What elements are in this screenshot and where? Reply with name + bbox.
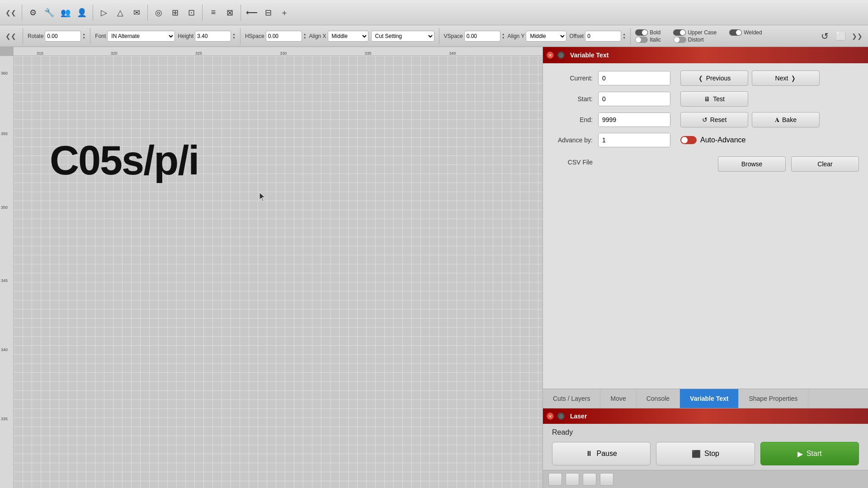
- advance-label: Advance by:: [552, 136, 593, 144]
- toolbar2-expand-right[interactable]: ❯❯: [850, 32, 864, 41]
- toolbar2-expand[interactable]: ❮❮: [4, 32, 18, 41]
- vspace-down[interactable]: ▼: [502, 36, 505, 39]
- distort-toggle[interactable]: [674, 37, 686, 43]
- next-label: Next: [775, 75, 788, 82]
- start-button[interactable]: ▶ Start: [760, 442, 859, 465]
- alignx-select[interactable]: Middle: [328, 31, 368, 42]
- tab-shape-properties-label: Shape Properties: [749, 395, 797, 402]
- laser-minimize-button[interactable]: ⊙: [557, 413, 565, 420]
- hspace-down[interactable]: ▼: [303, 36, 307, 39]
- settings-icon[interactable]: ⚙: [26, 5, 40, 20]
- vspace-input[interactable]: [464, 31, 500, 42]
- plus-icon[interactable]: ＋: [277, 5, 292, 20]
- browse-button[interactable]: Browse: [718, 156, 786, 172]
- advance-input[interactable]: [599, 133, 670, 147]
- arrow-left-icon[interactable]: ⟵: [245, 5, 259, 20]
- toolbar-separator-2: [93, 5, 93, 21]
- pause-button[interactable]: ⏸ Pause: [552, 442, 651, 465]
- auto-advance-toggle[interactable]: [680, 136, 697, 144]
- auto-advance-label: Auto-Advance: [700, 136, 746, 144]
- offset-down[interactable]: ▼: [623, 36, 626, 39]
- previous-label: Previous: [706, 75, 731, 82]
- end-input[interactable]: [599, 113, 670, 127]
- tab-variable-text[interactable]: Variable Text: [680, 389, 739, 408]
- height-input[interactable]: [195, 31, 231, 42]
- toolbar2-sep5: [630, 28, 631, 44]
- align-icon[interactable]: ⊡: [184, 5, 198, 20]
- bottom-btn-1[interactable]: [548, 473, 562, 486]
- current-input[interactable]: [599, 71, 670, 85]
- bottom-btn-2[interactable]: [566, 473, 579, 486]
- italic-toggle[interactable]: [635, 37, 648, 43]
- height-up[interactable]: ▲: [232, 33, 236, 36]
- bottom-btn-4[interactable]: [600, 473, 613, 486]
- arrow-icon[interactable]: ✉: [129, 5, 144, 20]
- reset-button[interactable]: ↺ Reset: [680, 112, 748, 127]
- property-toolbar: ❮❮ Rotate ▲ ▼ Font IN Alternate Height ▲…: [0, 25, 868, 47]
- hspace-input[interactable]: [266, 31, 302, 42]
- cross-icon[interactable]: ⊠: [222, 5, 237, 20]
- canvas-area[interactable]: 315 320 325 330 335 340 360 355 350 345 …: [0, 47, 542, 488]
- monitor-icon: 🖥: [704, 95, 710, 103]
- stop-button[interactable]: ⬛ Stop: [656, 442, 755, 465]
- grid-icon[interactable]: ⊞: [168, 5, 182, 20]
- advance-row: Advance by: ▲ ▼ Auto-Advance: [552, 133, 859, 147]
- vt-panel-content: Current: ▲ ▼ ❬ Previous: [543, 63, 868, 389]
- clear-button[interactable]: Clear: [791, 156, 859, 172]
- minus-box-icon[interactable]: ⊟: [261, 5, 275, 20]
- vspace-up[interactable]: ▲: [502, 33, 505, 36]
- user-icon[interactable]: 👤: [75, 5, 89, 20]
- previous-button[interactable]: ❬ Previous: [680, 70, 748, 86]
- clear-label: Clear: [817, 160, 832, 168]
- offset-input[interactable]: [585, 31, 621, 42]
- bake-icon: 𝐀: [775, 116, 779, 124]
- tab-variable-text-label: Variable Text: [690, 395, 728, 402]
- font-select[interactable]: IN Alternate: [107, 31, 175, 42]
- frame-icon[interactable]: ⬜: [834, 29, 848, 43]
- upper-case-label: Upper Case: [688, 29, 717, 36]
- rotate-down[interactable]: ▼: [82, 36, 85, 39]
- toolbar-separator-3: [147, 5, 148, 21]
- height-down[interactable]: ▼: [232, 36, 236, 39]
- csv-label: CSV File: [552, 159, 593, 166]
- ruler-h-mark-330: 330: [280, 51, 287, 56]
- hspace-up[interactable]: ▲: [303, 33, 307, 36]
- vt-minimize-button[interactable]: ⊙: [557, 52, 565, 59]
- target-icon[interactable]: ◎: [151, 5, 166, 20]
- triangle-icon[interactable]: △: [113, 5, 127, 20]
- cut-setting-select[interactable]: Cut Setting: [371, 31, 434, 42]
- bake-button[interactable]: 𝐀 Bake: [752, 112, 820, 127]
- tab-move[interactable]: Move: [600, 389, 636, 408]
- test-button[interactable]: 🖥 Test: [680, 91, 748, 107]
- refresh-icon[interactable]: ↺: [817, 29, 832, 43]
- ruler-h-mark-315: 315: [37, 51, 43, 56]
- vt-panel-title: Variable Text: [570, 52, 609, 59]
- start-input[interactable]: [599, 92, 670, 106]
- welded-toggle[interactable]: [729, 29, 742, 36]
- group-icon[interactable]: 👥: [58, 5, 73, 20]
- vt-close-button[interactable]: ✕: [547, 52, 554, 59]
- tools-icon[interactable]: 🔧: [42, 5, 57, 20]
- alignx-label: Align X: [309, 33, 326, 39]
- upper-case-toggle[interactable]: [673, 29, 686, 36]
- offset-up[interactable]: ▲: [623, 33, 626, 36]
- tab-cuts-layers[interactable]: Cuts / Layers: [543, 389, 600, 408]
- bold-toggle[interactable]: [635, 29, 648, 36]
- start-label: Start: [807, 450, 822, 458]
- pause-icon: ⏸: [585, 450, 593, 458]
- play-icon[interactable]: ▷: [97, 5, 111, 20]
- laser-close-button[interactable]: ✕: [547, 413, 554, 420]
- aligny-select[interactable]: Middle: [526, 31, 566, 42]
- bottom-btn-3[interactable]: [583, 473, 596, 486]
- toolbar2-sep3: [240, 28, 241, 44]
- rotate-input[interactable]: [45, 31, 81, 42]
- tab-shape-properties[interactable]: Shape Properties: [739, 389, 808, 408]
- menu-icon[interactable]: ≡: [206, 5, 221, 20]
- toolbar-expand-left[interactable]: ❮❮: [4, 8, 18, 17]
- next-button[interactable]: Next ❭: [752, 70, 820, 86]
- laser-buttons: ⏸ Pause ⬛ Stop ▶ Start: [552, 442, 859, 465]
- tab-console[interactable]: Console: [637, 389, 680, 408]
- current-label: Current:: [552, 75, 593, 82]
- rotate-up[interactable]: ▲: [82, 33, 85, 36]
- toolbar-separator-4: [202, 5, 203, 21]
